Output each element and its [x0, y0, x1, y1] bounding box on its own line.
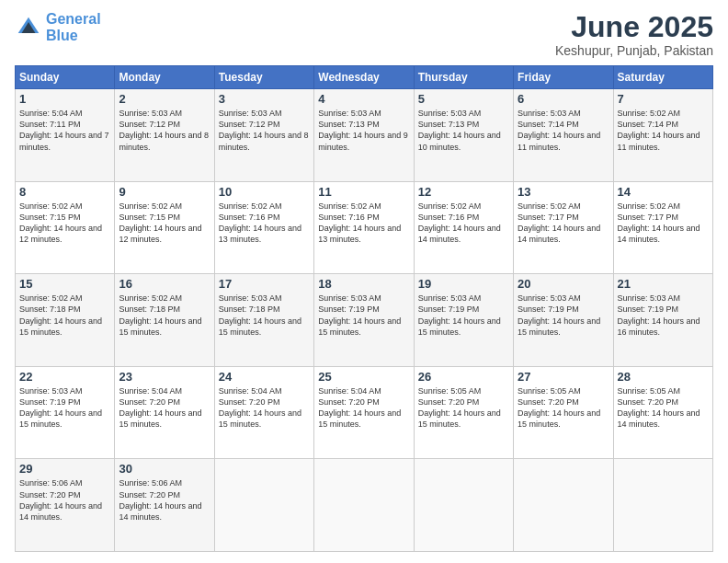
- calendar-cell: [514, 459, 613, 552]
- calendar-cell: 17Sunrise: 5:03 AMSunset: 7:18 PMDayligh…: [214, 274, 313, 367]
- calendar-cell: [314, 459, 414, 552]
- day-number: 26: [418, 370, 509, 384]
- day-info: Sunrise: 5:02 AMSunset: 7:15 PMDaylight:…: [119, 201, 210, 246]
- day-info: Sunrise: 5:05 AMSunset: 7:20 PMDaylight:…: [418, 385, 509, 431]
- day-number: 14: [618, 185, 709, 199]
- day-info: Sunrise: 5:02 AMSunset: 7:14 PMDaylight:…: [618, 108, 709, 153]
- calendar-week-3: 15Sunrise: 5:02 AMSunset: 7:18 PMDayligh…: [16, 274, 713, 367]
- calendar-week-5: 29Sunrise: 5:06 AMSunset: 7:20 PMDayligh…: [16, 459, 713, 552]
- day-number: 21: [618, 277, 709, 291]
- day-number: 6: [518, 92, 609, 106]
- day-info: Sunrise: 5:02 AMSunset: 7:15 PMDaylight:…: [19, 201, 110, 246]
- calendar-cell: [214, 459, 313, 552]
- header: General Blue June 2025 Keshupur, Punjab,…: [15, 11, 713, 58]
- day-number: 23: [119, 370, 210, 384]
- day-info: Sunrise: 5:03 AMSunset: 7:19 PMDaylight:…: [318, 293, 409, 338]
- logo-line2: Blue: [46, 28, 101, 44]
- calendar-week-2: 8Sunrise: 5:02 AMSunset: 7:15 PMDaylight…: [16, 181, 713, 274]
- calendar-week-4: 22Sunrise: 5:03 AMSunset: 7:19 PMDayligh…: [16, 366, 713, 459]
- day-info: Sunrise: 5:06 AMSunset: 7:20 PMDaylight:…: [119, 477, 210, 523]
- calendar-cell: 16Sunrise: 5:02 AMSunset: 7:18 PMDayligh…: [115, 274, 214, 367]
- calendar-cell: 2Sunrise: 5:03 AMSunset: 7:12 PMDaylight…: [115, 89, 214, 182]
- weekday-header-thursday: Thursday: [414, 66, 513, 89]
- day-number: 22: [19, 370, 110, 384]
- day-info: Sunrise: 5:02 AMSunset: 7:17 PMDaylight:…: [618, 201, 709, 246]
- day-info: Sunrise: 5:02 AMSunset: 7:17 PMDaylight:…: [518, 201, 609, 246]
- location: Keshupur, Punjab, Pakistan: [555, 43, 713, 58]
- calendar-cell: 26Sunrise: 5:05 AMSunset: 7:20 PMDayligh…: [414, 366, 513, 459]
- day-number: 20: [518, 277, 609, 291]
- day-info: Sunrise: 5:03 AMSunset: 7:18 PMDaylight:…: [219, 293, 310, 338]
- day-info: Sunrise: 5:02 AMSunset: 7:18 PMDaylight:…: [19, 293, 110, 338]
- calendar-cell: 14Sunrise: 5:02 AMSunset: 7:17 PMDayligh…: [613, 181, 712, 274]
- day-number: 8: [19, 185, 110, 199]
- day-number: 13: [518, 185, 609, 199]
- calendar-cell: 9Sunrise: 5:02 AMSunset: 7:15 PMDaylight…: [115, 181, 214, 274]
- calendar-cell: [613, 459, 712, 552]
- day-number: 17: [219, 277, 310, 291]
- day-number: 3: [219, 92, 310, 106]
- day-info: Sunrise: 5:03 AMSunset: 7:13 PMDaylight:…: [418, 108, 509, 153]
- day-info: Sunrise: 5:03 AMSunset: 7:12 PMDaylight:…: [119, 108, 210, 153]
- day-info: Sunrise: 5:02 AMSunset: 7:18 PMDaylight:…: [119, 293, 210, 338]
- day-number: 15: [19, 277, 110, 291]
- calendar-cell: 24Sunrise: 5:04 AMSunset: 7:20 PMDayligh…: [214, 366, 313, 459]
- calendar-cell: 7Sunrise: 5:02 AMSunset: 7:14 PMDaylight…: [613, 89, 712, 182]
- calendar-cell: 12Sunrise: 5:02 AMSunset: 7:16 PMDayligh…: [414, 181, 513, 274]
- weekday-header-friday: Friday: [514, 66, 613, 89]
- calendar-cell: 18Sunrise: 5:03 AMSunset: 7:19 PMDayligh…: [314, 274, 414, 367]
- calendar-cell: 1Sunrise: 5:04 AMSunset: 7:11 PMDaylight…: [16, 89, 115, 182]
- day-number: 19: [418, 277, 509, 291]
- calendar-cell: 25Sunrise: 5:04 AMSunset: 7:20 PMDayligh…: [314, 366, 414, 459]
- logo: General Blue: [15, 11, 101, 43]
- day-info: Sunrise: 5:05 AMSunset: 7:20 PMDaylight:…: [518, 385, 609, 431]
- day-number: 5: [418, 92, 509, 106]
- calendar-cell: 8Sunrise: 5:02 AMSunset: 7:15 PMDaylight…: [16, 181, 115, 274]
- weekday-header-monday: Monday: [115, 66, 214, 89]
- day-number: 30: [119, 462, 210, 476]
- calendar-cell: 5Sunrise: 5:03 AMSunset: 7:13 PMDaylight…: [414, 89, 513, 182]
- weekday-header-row: SundayMondayTuesdayWednesdayThursdayFrid…: [16, 66, 713, 89]
- calendar-cell: 3Sunrise: 5:03 AMSunset: 7:12 PMDaylight…: [214, 89, 313, 182]
- day-number: 10: [219, 185, 310, 199]
- weekday-header-tuesday: Tuesday: [214, 66, 313, 89]
- calendar-cell: 28Sunrise: 5:05 AMSunset: 7:20 PMDayligh…: [613, 366, 712, 459]
- page: General Blue June 2025 Keshupur, Punjab,…: [0, 0, 728, 563]
- day-number: 28: [618, 370, 709, 384]
- calendar-cell: 19Sunrise: 5:03 AMSunset: 7:19 PMDayligh…: [414, 274, 513, 367]
- calendar-cell: 6Sunrise: 5:03 AMSunset: 7:14 PMDaylight…: [514, 89, 613, 182]
- calendar-cell: 20Sunrise: 5:03 AMSunset: 7:19 PMDayligh…: [514, 274, 613, 367]
- calendar: SundayMondayTuesdayWednesdayThursdayFrid…: [15, 65, 713, 552]
- day-info: Sunrise: 5:04 AMSunset: 7:20 PMDaylight:…: [119, 385, 210, 431]
- day-info: Sunrise: 5:04 AMSunset: 7:20 PMDaylight:…: [318, 385, 409, 431]
- calendar-cell: 11Sunrise: 5:02 AMSunset: 7:16 PMDayligh…: [314, 181, 414, 274]
- day-number: 24: [219, 370, 310, 384]
- day-number: 1: [19, 92, 110, 106]
- day-number: 9: [119, 185, 210, 199]
- day-info: Sunrise: 5:03 AMSunset: 7:19 PMDaylight:…: [418, 293, 509, 338]
- day-number: 7: [618, 92, 709, 106]
- calendar-cell: 4Sunrise: 5:03 AMSunset: 7:13 PMDaylight…: [314, 89, 414, 182]
- day-info: Sunrise: 5:03 AMSunset: 7:14 PMDaylight:…: [518, 108, 609, 153]
- calendar-cell: 13Sunrise: 5:02 AMSunset: 7:17 PMDayligh…: [514, 181, 613, 274]
- calendar-cell: 23Sunrise: 5:04 AMSunset: 7:20 PMDayligh…: [115, 366, 214, 459]
- day-number: 29: [19, 462, 110, 476]
- calendar-cell: [414, 459, 513, 552]
- calendar-cell: 22Sunrise: 5:03 AMSunset: 7:19 PMDayligh…: [16, 366, 115, 459]
- day-info: Sunrise: 5:04 AMSunset: 7:11 PMDaylight:…: [19, 108, 110, 153]
- day-number: 4: [318, 92, 409, 106]
- calendar-week-1: 1Sunrise: 5:04 AMSunset: 7:11 PMDaylight…: [16, 89, 713, 182]
- day-info: Sunrise: 5:06 AMSunset: 7:20 PMDaylight:…: [19, 477, 110, 523]
- logo-icon: [15, 14, 42, 41]
- day-number: 11: [318, 185, 409, 199]
- calendar-cell: 10Sunrise: 5:02 AMSunset: 7:16 PMDayligh…: [214, 181, 313, 274]
- calendar-cell: 29Sunrise: 5:06 AMSunset: 7:20 PMDayligh…: [16, 459, 115, 552]
- day-info: Sunrise: 5:03 AMSunset: 7:13 PMDaylight:…: [318, 108, 409, 153]
- title-section: June 2025 Keshupur, Punjab, Pakistan: [555, 11, 713, 58]
- day-number: 12: [418, 185, 509, 199]
- calendar-cell: 27Sunrise: 5:05 AMSunset: 7:20 PMDayligh…: [514, 366, 613, 459]
- day-info: Sunrise: 5:05 AMSunset: 7:20 PMDaylight:…: [618, 385, 709, 431]
- calendar-cell: 21Sunrise: 5:03 AMSunset: 7:19 PMDayligh…: [613, 274, 712, 367]
- day-number: 25: [318, 370, 409, 384]
- day-number: 2: [119, 92, 210, 106]
